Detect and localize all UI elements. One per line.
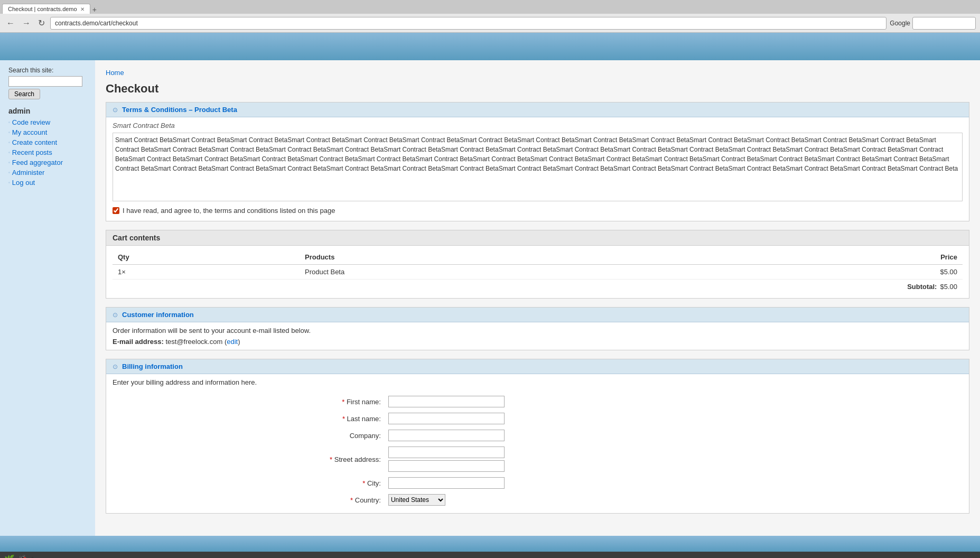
sidebar-link-recent-posts[interactable]: Recent posts [12,148,52,156]
col-products: Products [300,250,726,265]
cart-title: Cart contents [106,230,969,246]
billing-section: ⊙ Billing information Enter your billing… [106,359,969,514]
last-name-label: * Last name: [114,411,384,426]
city-input[interactable] [388,477,505,489]
sidebar-link-code-review[interactable]: Code review [12,118,50,126]
site-header [0,33,980,60]
customer-info-title[interactable]: Customer information [122,311,194,319]
col-qty: Qty [113,250,300,265]
sidebar-link-create-content[interactable]: Create content [12,138,57,146]
sidebar-item-log-out[interactable]: ◦ Log out [8,179,87,187]
taskbar-icon-1[interactable]: 🌿 [4,554,15,559]
terms-agree-label: I have read, and agree to, the terms and… [123,207,335,215]
subtotal-label: Subtotal: [907,283,937,291]
url-display: contracts.demo/cart/checkout [55,20,138,27]
sidebar-item-create-content[interactable]: ◦ Create content [8,138,87,146]
tab-close-btn[interactable]: ✕ [80,6,85,12]
page-title: Checkout [106,82,969,96]
taskbar-icon-2[interactable]: 🐞 [18,554,29,559]
terms-text[interactable]: Smart Contract BetaSmart Contract BetaSm… [113,133,963,201]
forward-btn[interactable]: → [20,17,33,29]
street-input-1[interactable] [388,447,505,458]
terms-body: Smart Contract Beta Smart Contract BetaS… [106,117,969,221]
last-name-row: * Last name: [114,411,962,426]
customer-info-section: ⊙ Customer information Order information… [106,307,969,350]
country-select[interactable]: United States Canada United Kingdom Aust… [388,494,445,506]
sidebar-link-my-account[interactable]: My account [12,128,47,136]
first-name-input[interactable] [388,396,505,407]
sidebar-item-my-account[interactable]: ◦ My account [8,128,87,136]
last-name-input[interactable] [388,413,505,424]
active-tab[interactable]: Checkout | contracts.demo ✕ [2,4,90,14]
bullet-icon: ◦ [8,160,10,165]
terms-header: ⊙ Terms & Conditions – Product Beta [106,103,969,117]
billing-header: ⊙ Billing information [106,359,969,374]
breadcrumb-home[interactable]: Home [106,69,124,77]
terms-agree-checkbox[interactable] [113,207,119,214]
customer-info-header: ⊙ Customer information [106,308,969,322]
email-line: E-mail address: test@freelock.com (edit) [113,338,963,346]
sidebar-link-log-out[interactable]: Log out [12,179,35,187]
billing-intro: Enter your billing address and informati… [113,378,963,386]
city-row: * City: [114,475,962,491]
address-bar[interactable]: contracts.demo/cart/checkout [50,17,886,30]
terms-icon: ⊙ [113,106,118,114]
customer-icon: ⊙ [113,311,118,319]
search-btn[interactable]: Search [8,89,40,99]
bullet-icon: ◦ [8,120,10,125]
sidebar-link-administer[interactable]: Administer [12,169,44,176]
billing-title[interactable]: Billing information [122,362,183,370]
street-input-2[interactable] [388,460,505,472]
terms-subtitle: Smart Contract Beta [113,122,963,129]
subtotal-value: $5.00 [940,283,957,291]
sidebar-item-feed-aggregator[interactable]: ◦ Feed aggregator [8,159,87,166]
terms-title-link[interactable]: Terms & Conditions – Product Beta [122,106,237,114]
subtotal-row: Subtotal: $5.00 [113,280,963,294]
tab-title: Checkout | contracts.demo [8,6,77,12]
tab-bar: Checkout | contracts.demo ✕ + [0,0,980,14]
bullet-icon: ◦ [8,170,10,175]
sidebar-nav: ◦ Code review ◦ My account ◦ Create cont… [8,118,87,187]
breadcrumb: Home [106,69,969,77]
sidebar-item-code-review[interactable]: ◦ Code review [8,118,87,126]
sidebar: Search this site: Search admin ◦ Code re… [0,60,95,536]
street-label: * Street address: [114,444,384,474]
back-btn[interactable]: ← [4,17,17,29]
main-content: Home Checkout ⊙ Terms & Conditions – Pro… [95,60,980,536]
cart-table: Qty Products Price 1× Product Beta $5.00 [113,250,963,280]
sidebar-item-recent-posts[interactable]: ◦ Recent posts [8,148,87,156]
site-footer [0,536,980,552]
billing-icon: ⊙ [113,363,118,370]
nav-bar: ← → ↻ contracts.demo/cart/checkout Googl… [0,14,980,33]
company-input[interactable] [388,430,505,441]
country-row: * Country: United States Canada United K… [114,492,962,508]
terms-agree-row: I have read, and agree to, the terms and… [113,207,963,215]
col-price: Price [727,250,963,265]
customer-info-text: Order information will be sent to your a… [113,327,963,334]
terms-section: ⊙ Terms & Conditions – Product Beta Smar… [106,102,969,221]
taskbar-icon-3[interactable]: ▶ [32,554,38,559]
cart-body: Qty Products Price 1× Product Beta $5.00 [106,246,969,298]
first-name-label: * First name: [114,394,384,410]
cart-price: $5.00 [727,265,963,280]
search-engine-label: Google [890,20,910,27]
sidebar-link-feed-aggregator[interactable]: Feed aggregator [12,159,63,166]
city-label: * City: [114,475,384,491]
company-row: Company: [114,427,962,443]
site-search-input[interactable] [8,76,82,87]
taskbar-icons: 🌿 🐞 ▶ [4,554,38,559]
new-tab-btn[interactable]: + [90,5,99,14]
bullet-icon: ◦ [8,180,10,185]
cart-row: 1× Product Beta $5.00 [113,265,963,280]
billing-form: * First name: * Last name: [113,393,963,509]
sidebar-item-administer[interactable]: ◦ Administer [8,169,87,176]
search-label: Search this site: [8,67,87,74]
edit-email-link[interactable]: edit [227,338,238,346]
browser-search-input[interactable] [912,17,976,30]
cart-section: Cart contents Qty Products Price 1× Prod… [106,230,969,299]
taskbar: 🌿 🐞 ▶ [0,552,980,558]
bullet-icon: ◦ [8,140,10,145]
reload-btn[interactable]: ↻ [36,17,47,29]
company-label: Company: [114,427,384,443]
first-name-row: * First name: [114,394,962,410]
